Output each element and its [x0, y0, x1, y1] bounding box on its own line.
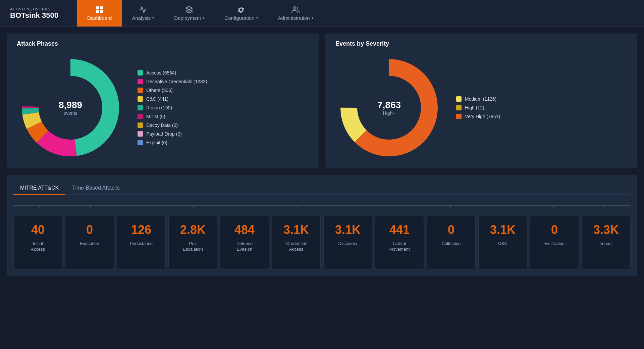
- attack-value-discovery: 3.1K: [335, 223, 361, 237]
- attack-name-initial-access: InitialAccess: [31, 241, 45, 252]
- events-severity-total: 7,863: [377, 100, 401, 110]
- attack-phases-content: 8,989 events Access (6564) Deceptive Cre…: [17, 54, 309, 161]
- events-severity-center: 7,863 High+: [377, 100, 401, 116]
- nav-deployment-label: Deployment ▾: [174, 15, 204, 21]
- attack-name-collection: Collection: [441, 241, 461, 247]
- attack-name-lateral-movement: LateralMovement: [389, 241, 410, 252]
- legend-color-deceptive: [138, 79, 143, 84]
- bottom-section: MITRE ATT&CK Time-Based Attacks: [7, 175, 637, 276]
- timeline-tick: [502, 205, 502, 209]
- brand-product: BOTsink 3500: [10, 11, 67, 20]
- attack-value-cnc: 3.1K: [490, 223, 516, 237]
- timeline-tick: [296, 205, 297, 209]
- attack-name-execution: Execution: [80, 241, 99, 247]
- attack-name-priv-escalation: PrivEscalation: [183, 241, 203, 252]
- mitre-timeline: [13, 205, 631, 209]
- attack-value-credential-access: 3.1K: [283, 223, 309, 237]
- legend-color-high: [456, 105, 462, 110]
- nav-item-dashboard[interactable]: Dashboard: [77, 0, 122, 27]
- timeline-tick: [604, 205, 605, 209]
- timeline-tick: [553, 205, 554, 209]
- attack-card-credential-access[interactable]: 3.1K CredentialAccess: [272, 216, 321, 269]
- legend-color-cnc: [138, 96, 143, 102]
- attack-value-lateral-movement: 441: [389, 223, 410, 237]
- attack-value-collection: 0: [448, 223, 454, 237]
- legend-item-payload: Payload Drop (0): [138, 131, 207, 137]
- timeline-tick: [90, 205, 91, 209]
- nav-item-analysis[interactable]: Analysis ▾: [122, 0, 164, 27]
- brand: Attivo Networks BOTsink 3500: [0, 7, 77, 20]
- attack-name-cnc: C&C: [498, 241, 507, 247]
- svg-point-4: [293, 7, 296, 9]
- attack-card-execution[interactable]: 0 Execution: [65, 216, 114, 269]
- legend-color-mitm: [138, 114, 143, 119]
- attack-card-cnc[interactable]: 3.1K C&C: [478, 216, 527, 269]
- main-nav: Dashboard Analysis ▾ Deployment ▾ Config…: [77, 0, 323, 27]
- attack-card-exfiltration[interactable]: 0 Exfiltration: [530, 216, 579, 269]
- events-severity-title: Events by Severity: [335, 40, 627, 47]
- attack-card-impact[interactable]: 3.3K Impact: [582, 216, 631, 269]
- tab-time-based[interactable]: Time-Based Attacks: [65, 182, 126, 194]
- attack-value-defence-evasion: 484: [234, 223, 255, 237]
- attack-name-credential-access: CredentialAccess: [286, 241, 306, 252]
- tabs-row: MITRE ATT&CK Time-Based Attacks: [13, 182, 631, 195]
- attack-card-defence-evasion[interactable]: 484 DefenceEvasion: [220, 216, 269, 269]
- nav-item-configuration[interactable]: Configuration ▾: [214, 0, 268, 27]
- legend-item-mitm: MITM (6): [138, 114, 207, 119]
- attack-cards: 40 InitialAccess 0 Execution 126 Persist…: [13, 216, 631, 269]
- timeline-tick: [39, 205, 40, 209]
- timeline-tick: [245, 205, 245, 209]
- attack-value-exfiltration: 0: [551, 223, 558, 237]
- nav-item-deployment[interactable]: Deployment ▾: [164, 0, 214, 27]
- nav-dashboard-label: Dashboard: [87, 15, 112, 21]
- main-content: Attack Phases: [0, 27, 644, 283]
- events-severity-panel: Events by Severity 7,863 High+: [325, 34, 637, 168]
- attack-name-persistance: Persistance: [130, 241, 153, 247]
- legend-item-medium: Medium (1126): [456, 96, 500, 102]
- attack-card-persistance[interactable]: 126 Persistance: [117, 216, 166, 269]
- legend-item-others: Others (506): [138, 88, 207, 93]
- legend-color-others: [138, 88, 143, 93]
- tab-mitre[interactable]: MITRE ATT&CK: [13, 182, 65, 194]
- charts-row: Attack Phases: [7, 34, 637, 168]
- attack-name-impact: Impact: [599, 241, 612, 247]
- legend-item-cnc: C&C (441): [138, 96, 207, 102]
- legend-color-very-high: [456, 114, 462, 119]
- attack-value-priv-escalation: 2.8K: [180, 223, 206, 237]
- attack-value-initial-access: 40: [31, 223, 45, 237]
- timeline-tick: [193, 205, 194, 209]
- attack-phases-title: Attack Phases: [17, 40, 309, 47]
- legend-item-decoy: Decoy Data (0): [138, 122, 207, 128]
- timeline-tick: [450, 205, 451, 209]
- nav-analysis-label: Analysis ▾: [132, 15, 154, 21]
- header: Attivo Networks BOTsink 3500 Dashboard A…: [0, 0, 644, 27]
- nav-configuration-label: Configuration ▾: [224, 15, 258, 21]
- legend-color-access: [138, 70, 143, 76]
- svg-rect-0: [96, 6, 99, 9]
- legend-item-access: Access (6564): [138, 70, 207, 76]
- nav-administration-label: Administration ▾: [278, 15, 313, 21]
- attack-card-discovery[interactable]: 3.1K Discovery: [323, 216, 372, 269]
- attack-phases-legend: Access (6564) Deceptive Credentials (128…: [138, 70, 207, 145]
- timeline-tick: [399, 205, 399, 209]
- chevron-down-icon: ▾: [152, 16, 154, 20]
- attack-name-exfiltration: Exfiltration: [544, 241, 565, 247]
- nav-item-administration[interactable]: Administration ▾: [268, 0, 323, 27]
- attack-card-lateral-movement[interactable]: 441 LateralMovement: [375, 216, 424, 269]
- attack-phases-total: 8,989: [59, 100, 82, 110]
- events-severity-label: High+: [377, 110, 401, 116]
- legend-item-deceptive: Deceptive Credentials (1282): [138, 79, 207, 84]
- attack-name-discovery: Discovery: [338, 241, 357, 247]
- chevron-down-icon: ▾: [312, 16, 313, 20]
- events-severity-donut: 7,863 High+: [335, 54, 443, 161]
- attack-card-priv-escalation[interactable]: 2.8K PrivEscalation: [168, 216, 217, 269]
- legend-item-high: High (12): [456, 105, 500, 110]
- attack-name-defence-evasion: DefenceEvasion: [236, 241, 253, 252]
- legend-color-medium: [456, 96, 462, 102]
- attack-phases-label: events: [59, 110, 82, 116]
- attack-phases-panel: Attack Phases: [7, 34, 319, 168]
- attack-card-initial-access[interactable]: 40 InitialAccess: [13, 216, 62, 269]
- attack-card-collection[interactable]: 0 Collection: [427, 216, 476, 269]
- legend-color-payload: [138, 131, 143, 137]
- attack-value-execution: 0: [86, 223, 93, 237]
